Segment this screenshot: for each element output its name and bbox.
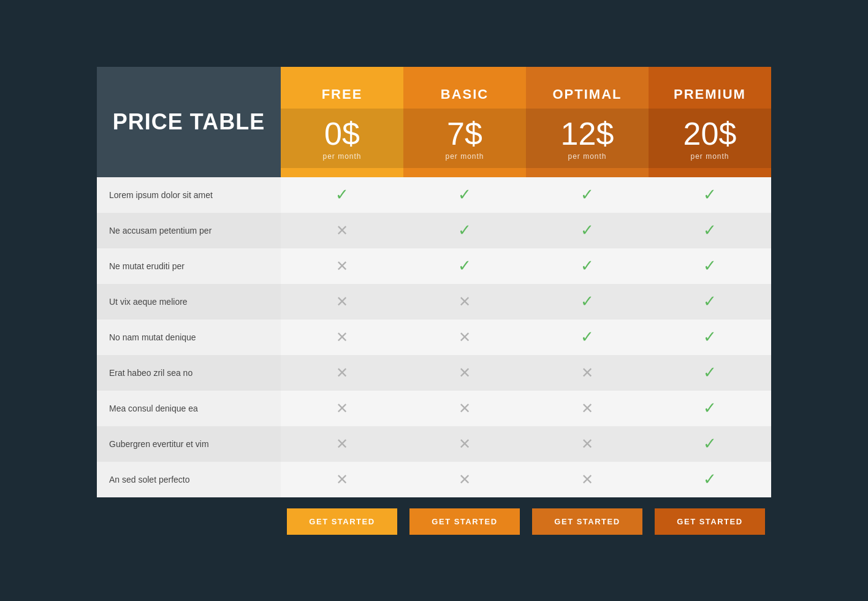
feature-cells-1: ✕✓✓✓ xyxy=(281,213,771,248)
header-row: PRICE TABLE FREE 0$ per month BASIC 7$ p… xyxy=(97,67,771,177)
price-section-basic: 7$ per month xyxy=(403,109,526,168)
cross-icon: ✕ xyxy=(336,435,348,453)
price-amount-free: 0$ xyxy=(281,118,403,150)
cross-icon: ✕ xyxy=(459,364,471,381)
title-cell: PRICE TABLE xyxy=(97,67,281,177)
check-icon: ✓ xyxy=(703,221,717,240)
feature-cell-5-1: ✕ xyxy=(403,355,526,391)
feature-cell-1-0: ✕ xyxy=(281,213,403,248)
cross-icon: ✕ xyxy=(336,222,348,239)
feature-row: Mea consul denique ea✕✕✕✓ xyxy=(97,391,771,426)
feature-cells-2: ✕✓✓✓ xyxy=(281,248,771,284)
feature-row: Ut vix aeque meliore✕✕✓✓ xyxy=(97,284,771,320)
feature-row: Erat habeo zril sea no✕✕✕✓ xyxy=(97,355,771,391)
feature-cells-8: ✕✕✕✓ xyxy=(281,462,771,497)
check-icon: ✓ xyxy=(458,256,471,275)
feature-row: Gubergren evertitur et vim✕✕✕✓ xyxy=(97,426,771,462)
check-icon: ✓ xyxy=(703,327,717,346)
plan-name-optimal: OPTIMAL xyxy=(553,75,622,109)
feature-cells-0: ✓✓✓✓ xyxy=(281,177,771,213)
check-icon: ✓ xyxy=(703,399,717,418)
cross-icon: ✕ xyxy=(581,471,593,488)
feature-cell-1-3: ✓ xyxy=(649,213,771,248)
feature-label-0: Lorem ipsum dolor sit amet xyxy=(97,177,281,213)
feature-cells-3: ✕✕✓✓ xyxy=(281,284,771,320)
plan-headers: FREE 0$ per month BASIC 7$ per month OPT… xyxy=(281,67,771,177)
get-started-button-basic[interactable]: GET STARTED xyxy=(409,508,520,535)
feature-cell-0-3: ✓ xyxy=(649,177,771,213)
cross-icon: ✕ xyxy=(336,258,348,275)
price-section-optimal: 12$ per month xyxy=(526,109,649,168)
check-icon: ✓ xyxy=(703,256,717,275)
feature-cells-6: ✕✕✕✓ xyxy=(281,391,771,426)
btn-cell-optimal: GET STARTED xyxy=(526,508,649,535)
btn-cell-basic: GET STARTED xyxy=(403,508,526,535)
feature-cell-7-2: ✕ xyxy=(526,426,649,462)
check-icon: ✓ xyxy=(581,221,594,240)
feature-label-3: Ut vix aeque meliore xyxy=(97,284,281,320)
check-icon: ✓ xyxy=(703,185,717,204)
cross-icon: ✕ xyxy=(581,400,593,417)
feature-cells-5: ✕✕✕✓ xyxy=(281,355,771,391)
cross-icon: ✕ xyxy=(459,329,471,346)
btn-cell-free: GET STARTED xyxy=(281,508,403,535)
price-table-title: PRICE TABLE xyxy=(113,109,265,135)
feature-row: Lorem ipsum dolor sit amet✓✓✓✓ xyxy=(97,177,771,213)
feature-label-5: Erat habeo zril sea no xyxy=(97,355,281,391)
price-section-free: 0$ per month xyxy=(281,109,403,168)
price-period-basic: per month xyxy=(403,152,526,161)
plan-header-basic: BASIC 7$ per month xyxy=(403,67,526,177)
button-row: GET STARTEDGET STARTEDGET STARTEDGET STA… xyxy=(97,508,771,535)
price-amount-optimal: 12$ xyxy=(526,118,649,150)
feature-row: An sed solet perfecto✕✕✕✓ xyxy=(97,462,771,497)
cross-icon: ✕ xyxy=(581,435,593,453)
cross-icon: ✕ xyxy=(336,293,348,310)
feature-cell-6-0: ✕ xyxy=(281,391,403,426)
feature-cell-7-0: ✕ xyxy=(281,426,403,462)
plan-header-free: FREE 0$ per month xyxy=(281,67,403,177)
feature-cell-6-2: ✕ xyxy=(526,391,649,426)
feature-cell-4-3: ✓ xyxy=(649,320,771,355)
check-icon: ✓ xyxy=(581,185,594,204)
feature-row: No nam mutat denique✕✕✓✓ xyxy=(97,320,771,355)
feature-cell-8-1: ✕ xyxy=(403,462,526,497)
price-amount-premium: 20$ xyxy=(649,118,771,150)
feature-row: Ne mutat eruditi per✕✓✓✓ xyxy=(97,248,771,284)
button-spacer xyxy=(97,508,281,535)
feature-cell-8-3: ✓ xyxy=(649,462,771,497)
check-icon: ✓ xyxy=(581,292,594,311)
price-amount-basic: 7$ xyxy=(403,118,526,150)
feature-cell-7-1: ✕ xyxy=(403,426,526,462)
cross-icon: ✕ xyxy=(459,400,471,417)
feature-cell-0-2: ✓ xyxy=(526,177,649,213)
check-icon: ✓ xyxy=(581,327,594,346)
check-icon: ✓ xyxy=(703,363,717,382)
plan-header-premium: PREMIUM 20$ per month xyxy=(649,67,771,177)
feature-row: Ne accusam petentium per✕✓✓✓ xyxy=(97,213,771,248)
price-period-optimal: per month xyxy=(526,152,649,161)
feature-cell-1-1: ✓ xyxy=(403,213,526,248)
feature-cell-3-0: ✕ xyxy=(281,284,403,320)
price-section-premium: 20$ per month xyxy=(649,109,771,168)
plan-name-basic: BASIC xyxy=(441,75,489,109)
feature-cell-4-1: ✕ xyxy=(403,320,526,355)
price-table-container: PRICE TABLE FREE 0$ per month BASIC 7$ p… xyxy=(97,67,771,535)
feature-cell-6-3: ✓ xyxy=(649,391,771,426)
feature-cell-2-1: ✓ xyxy=(403,248,526,284)
feature-cell-8-0: ✕ xyxy=(281,462,403,497)
get-started-button-free[interactable]: GET STARTED xyxy=(287,508,397,535)
price-period-premium: per month xyxy=(649,152,771,161)
feature-cell-2-3: ✓ xyxy=(649,248,771,284)
feature-cells-7: ✕✕✕✓ xyxy=(281,426,771,462)
plan-header-optimal: OPTIMAL 12$ per month xyxy=(526,67,649,177)
feature-label-8: An sed solet perfecto xyxy=(97,462,281,497)
feature-cell-4-2: ✓ xyxy=(526,320,649,355)
feature-cell-2-2: ✓ xyxy=(526,248,649,284)
button-cells: GET STARTEDGET STARTEDGET STARTEDGET STA… xyxy=(281,508,771,535)
feature-cells-4: ✕✕✓✓ xyxy=(281,320,771,355)
get-started-button-optimal[interactable]: GET STARTED xyxy=(532,508,642,535)
feature-cell-5-2: ✕ xyxy=(526,355,649,391)
get-started-button-premium[interactable]: GET STARTED xyxy=(655,508,765,535)
feature-label-2: Ne mutat eruditi per xyxy=(97,248,281,284)
price-period-free: per month xyxy=(281,152,403,161)
